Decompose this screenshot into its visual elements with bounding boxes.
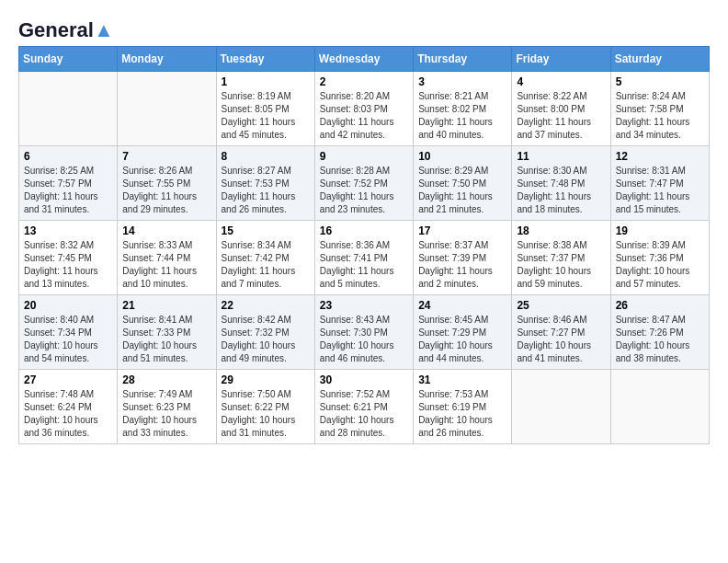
calendar-cell: 26Sunrise: 8:47 AMSunset: 7:26 PMDayligh… — [610, 295, 709, 370]
weekday-header-monday: Monday — [118, 47, 216, 72]
day-info: Sunrise: 8:32 AMSunset: 7:45 PMDaylight:… — [24, 239, 112, 291]
calendar-cell: 10Sunrise: 8:29 AMSunset: 7:50 PMDayligh… — [414, 146, 512, 221]
calendar-cell: 28Sunrise: 7:49 AMSunset: 6:23 PMDayligh… — [118, 370, 216, 444]
logo: General▲ — [18, 18, 114, 39]
calendar-cell: 16Sunrise: 8:36 AMSunset: 7:41 PMDayligh… — [314, 221, 413, 295]
day-number: 5 — [616, 75, 704, 88]
day-number: 26 — [616, 299, 704, 312]
day-number: 2 — [320, 75, 408, 88]
day-number: 16 — [320, 224, 408, 237]
day-info: Sunrise: 8:43 AMSunset: 7:30 PMDaylight:… — [320, 314, 408, 365]
calendar-cell: 29Sunrise: 7:50 AMSunset: 6:22 PMDayligh… — [216, 370, 314, 444]
calendar-cell: 24Sunrise: 8:45 AMSunset: 7:29 PMDayligh… — [414, 295, 512, 370]
day-info: Sunrise: 8:46 AMSunset: 7:27 PMDaylight:… — [517, 314, 605, 365]
day-info: Sunrise: 8:45 AMSunset: 7:29 PMDaylight:… — [418, 314, 506, 365]
day-number: 27 — [24, 373, 112, 386]
day-number: 9 — [320, 150, 408, 163]
day-number: 6 — [24, 150, 112, 163]
page-header: General▲ — [18, 18, 710, 39]
day-info: Sunrise: 8:27 AMSunset: 7:53 PMDaylight:… — [222, 165, 310, 216]
calendar-cell: 23Sunrise: 8:43 AMSunset: 7:30 PMDayligh… — [314, 295, 413, 370]
day-number: 24 — [418, 299, 506, 312]
day-number: 13 — [24, 224, 112, 237]
day-info: Sunrise: 8:30 AMSunset: 7:48 PMDaylight:… — [517, 165, 605, 216]
day-info: Sunrise: 8:33 AMSunset: 7:44 PMDaylight:… — [122, 239, 210, 291]
calendar-header-row: SundayMondayTuesdayWednesdayThursdayFrid… — [19, 47, 710, 72]
calendar-cell: 19Sunrise: 8:39 AMSunset: 7:36 PMDayligh… — [610, 221, 709, 295]
day-number: 12 — [616, 150, 704, 163]
day-info: Sunrise: 7:48 AMSunset: 6:24 PMDaylight:… — [24, 388, 112, 440]
day-number: 25 — [517, 299, 605, 312]
calendar-cell: 31Sunrise: 7:53 AMSunset: 6:19 PMDayligh… — [414, 370, 512, 444]
day-info: Sunrise: 8:31 AMSunset: 7:47 PMDaylight:… — [616, 165, 704, 216]
calendar-week-3: 13Sunrise: 8:32 AMSunset: 7:45 PMDayligh… — [19, 221, 710, 295]
calendar-cell: 12Sunrise: 8:31 AMSunset: 7:47 PMDayligh… — [610, 146, 709, 221]
day-info: Sunrise: 8:25 AMSunset: 7:57 PMDaylight:… — [24, 165, 112, 216]
day-info: Sunrise: 8:28 AMSunset: 7:52 PMDaylight:… — [320, 165, 408, 216]
day-number: 8 — [222, 150, 310, 163]
calendar-cell: 21Sunrise: 8:41 AMSunset: 7:33 PMDayligh… — [118, 295, 216, 370]
calendar-cell: 1Sunrise: 8:19 AMSunset: 8:05 PMDaylight… — [216, 72, 314, 146]
calendar-cell: 7Sunrise: 8:26 AMSunset: 7:55 PMDaylight… — [118, 146, 216, 221]
calendar-cell: 20Sunrise: 8:40 AMSunset: 7:34 PMDayligh… — [19, 295, 118, 370]
day-number: 18 — [517, 224, 605, 237]
day-info: Sunrise: 7:50 AMSunset: 6:22 PMDaylight:… — [222, 388, 310, 440]
day-number: 22 — [222, 299, 310, 312]
day-info: Sunrise: 8:47 AMSunset: 7:26 PMDaylight:… — [616, 314, 704, 365]
day-info: Sunrise: 8:20 AMSunset: 8:03 PMDaylight:… — [320, 90, 408, 142]
day-info: Sunrise: 8:42 AMSunset: 7:32 PMDaylight:… — [222, 314, 310, 365]
day-number: 11 — [517, 150, 605, 163]
calendar-cell: 4Sunrise: 8:22 AMSunset: 8:00 PMDaylight… — [512, 72, 610, 146]
day-number: 7 — [122, 150, 210, 163]
calendar-cell: 9Sunrise: 8:28 AMSunset: 7:52 PMDaylight… — [314, 146, 413, 221]
day-number: 14 — [122, 224, 210, 237]
day-number: 23 — [320, 299, 408, 312]
calendar-cell: 2Sunrise: 8:20 AMSunset: 8:03 PMDaylight… — [314, 72, 413, 146]
weekday-header-wednesday: Wednesday — [314, 47, 413, 72]
calendar-cell: 13Sunrise: 8:32 AMSunset: 7:45 PMDayligh… — [19, 221, 118, 295]
calendar-cell: 22Sunrise: 8:42 AMSunset: 7:32 PMDayligh… — [216, 295, 314, 370]
logo-text: General▲ — [18, 18, 114, 42]
day-number: 28 — [122, 373, 210, 386]
day-info: Sunrise: 8:21 AMSunset: 8:02 PMDaylight:… — [418, 90, 506, 142]
day-info: Sunrise: 8:24 AMSunset: 7:58 PMDaylight:… — [616, 90, 704, 142]
day-info: Sunrise: 8:41 AMSunset: 7:33 PMDaylight:… — [122, 314, 210, 365]
day-number: 3 — [418, 75, 506, 88]
weekday-header-saturday: Saturday — [610, 47, 709, 72]
day-info: Sunrise: 7:52 AMSunset: 6:21 PMDaylight:… — [320, 388, 408, 440]
calendar-week-5: 27Sunrise: 7:48 AMSunset: 6:24 PMDayligh… — [19, 370, 710, 444]
calendar-cell: 27Sunrise: 7:48 AMSunset: 6:24 PMDayligh… — [19, 370, 118, 444]
weekday-header-tuesday: Tuesday — [216, 47, 314, 72]
calendar-cell: 17Sunrise: 8:37 AMSunset: 7:39 PMDayligh… — [414, 221, 512, 295]
day-number: 19 — [616, 224, 704, 237]
weekday-header-sunday: Sunday — [19, 47, 118, 72]
calendar-cell: 8Sunrise: 8:27 AMSunset: 7:53 PMDaylight… — [216, 146, 314, 221]
day-info: Sunrise: 8:34 AMSunset: 7:42 PMDaylight:… — [222, 239, 310, 291]
day-info: Sunrise: 8:38 AMSunset: 7:37 PMDaylight:… — [517, 239, 605, 291]
calendar-cell: 6Sunrise: 8:25 AMSunset: 7:57 PMDaylight… — [19, 146, 118, 221]
day-number: 20 — [24, 299, 112, 312]
calendar-cell: 14Sunrise: 8:33 AMSunset: 7:44 PMDayligh… — [118, 221, 216, 295]
weekday-header-thursday: Thursday — [414, 47, 512, 72]
day-number: 10 — [418, 150, 506, 163]
calendar-cell — [118, 72, 216, 146]
day-info: Sunrise: 8:29 AMSunset: 7:50 PMDaylight:… — [418, 165, 506, 216]
calendar-week-1: 1Sunrise: 8:19 AMSunset: 8:05 PMDaylight… — [19, 72, 710, 146]
day-info: Sunrise: 7:53 AMSunset: 6:19 PMDaylight:… — [418, 388, 506, 440]
day-number: 21 — [122, 299, 210, 312]
calendar-week-4: 20Sunrise: 8:40 AMSunset: 7:34 PMDayligh… — [19, 295, 710, 370]
calendar-cell: 15Sunrise: 8:34 AMSunset: 7:42 PMDayligh… — [216, 221, 314, 295]
day-number: 29 — [222, 373, 310, 386]
weekday-header-friday: Friday — [512, 47, 610, 72]
day-number: 30 — [320, 373, 408, 386]
day-info: Sunrise: 7:49 AMSunset: 6:23 PMDaylight:… — [122, 388, 210, 440]
day-info: Sunrise: 8:26 AMSunset: 7:55 PMDaylight:… — [122, 165, 210, 216]
day-number: 1 — [222, 75, 310, 88]
day-info: Sunrise: 8:19 AMSunset: 8:05 PMDaylight:… — [222, 90, 310, 142]
day-number: 15 — [222, 224, 310, 237]
day-number: 31 — [418, 373, 506, 386]
day-info: Sunrise: 8:37 AMSunset: 7:39 PMDaylight:… — [418, 239, 506, 291]
calendar-cell — [19, 72, 118, 146]
calendar-cell: 25Sunrise: 8:46 AMSunset: 7:27 PMDayligh… — [512, 295, 610, 370]
calendar-cell: 30Sunrise: 7:52 AMSunset: 6:21 PMDayligh… — [314, 370, 413, 444]
